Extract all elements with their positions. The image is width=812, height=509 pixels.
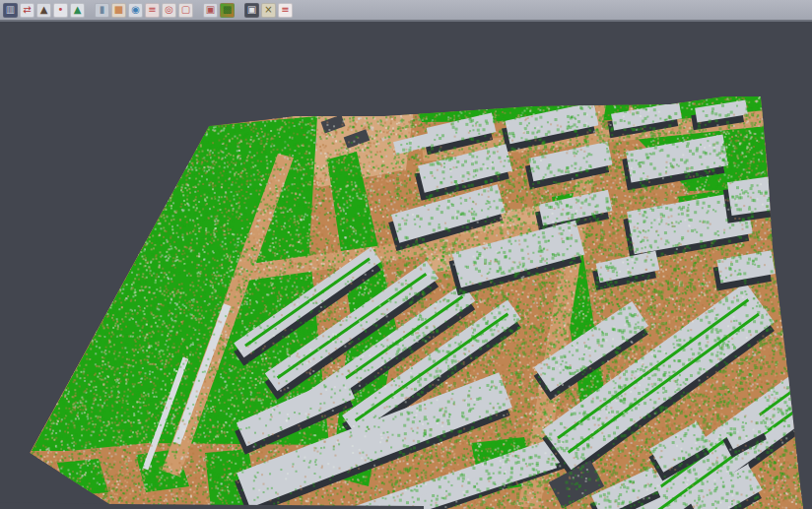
panel-blue-icon[interactable]: ▮ [95, 3, 109, 18]
terrain-green-icon[interactable]: ▲ [70, 3, 85, 18]
viewport-3d[interactable] [0, 22, 812, 509]
globe-blue-icon[interactable]: ◉ [128, 3, 143, 18]
snapshot-dark-icon[interactable]: ▣ [244, 3, 259, 18]
point-marker-icon[interactable]: • [53, 3, 68, 18]
select-region-icon[interactable]: ▣ [203, 3, 218, 18]
target-red-icon[interactable]: ◎ [162, 3, 176, 18]
import-arrows-icon[interactable]: ⇄ [20, 3, 34, 18]
stripes-red-icon[interactable]: ≡ [278, 3, 293, 18]
main-toolbar: ▥⇄▲•▲▮■◉≡◎▢▣▩▣×≡ [0, 0, 812, 22]
extent-red-icon[interactable]: ▢ [178, 3, 193, 18]
terrain-dark-icon[interactable]: ▲ [36, 3, 51, 18]
app-window: ▥⇄▲•▲▮■◉≡◎▢▣▩▣×≡ [0, 0, 812, 509]
transform-cross-icon[interactable]: × [261, 3, 276, 18]
ortho-orange-icon[interactable]: ■ [111, 3, 126, 18]
dataset-navy-icon[interactable]: ▥ [3, 3, 18, 18]
classification-colormap-icon[interactable]: ▩ [220, 3, 235, 18]
profile-red-icon[interactable]: ≡ [145, 3, 160, 18]
point-cloud-canvas[interactable] [0, 22, 812, 509]
